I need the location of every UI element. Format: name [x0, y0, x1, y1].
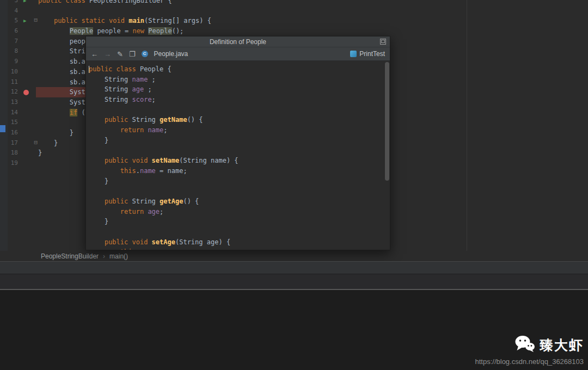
error-stripe [0, 0, 8, 251]
code-text: String score; [86, 95, 390, 105]
code-line: public String getAge() { [86, 196, 390, 207]
gutter-line-8[interactable]: 8 [8, 46, 36, 57]
breadcrumb-class[interactable]: PeopleStringBuilder [41, 252, 99, 260]
code-text: public class PeopleStringBuilder { [36, 0, 588, 6]
code-text: this.age = age; [86, 247, 390, 250]
code-text [36, 6, 588, 16]
test-class-icon [350, 51, 357, 57]
code-text: this.name = name; [86, 166, 390, 176]
breakpoint-icon[interactable] [23, 90, 29, 95]
line-number: 14 [11, 108, 18, 118]
gutter-line-4[interactable]: 4 [8, 6, 36, 16]
gutter-line-14[interactable]: 14 [8, 108, 36, 118]
code-text: public void setAge(String age) { [86, 237, 390, 248]
window-edge-band [0, 274, 588, 289]
code-text: public class People { [86, 64, 390, 75]
code-text [86, 105, 390, 115]
code-text: String age ; [86, 84, 390, 95]
gutter-line-13[interactable]: 13 [8, 97, 36, 108]
gutter-line-7[interactable]: 7 [8, 36, 36, 47]
code-text: } [86, 217, 390, 227]
code-line: String name ; [86, 75, 390, 85]
gutter-line-18[interactable]: 18 [8, 148, 36, 158]
line-number: 9 [14, 57, 18, 67]
gutter-line-6[interactable]: 6 [8, 26, 36, 36]
code-text: return age; [86, 207, 390, 217]
breadcrumb-separator-icon: › [103, 252, 105, 260]
code-line: public String getName() { [86, 115, 390, 125]
code-text: public String getName() { [86, 115, 390, 125]
line-number: 17 [11, 138, 18, 149]
popup-context-label[interactable]: PrintTest [359, 50, 385, 58]
code-line: } [86, 217, 390, 227]
popup-file-name[interactable]: People.java [154, 50, 188, 58]
code-line: } [86, 135, 390, 146]
line-number: 13 [11, 97, 18, 108]
gutter-line-16[interactable]: 16 [8, 128, 36, 138]
code-line-5: 5▶⊟ public static void main(String[] arg… [8, 16, 588, 26]
code-line: public void setAge(String age) { [86, 237, 390, 248]
gutter-line-11[interactable]: 11 [8, 77, 36, 88]
code-line: } [86, 176, 390, 187]
gutter-line-15[interactable]: 15 [8, 118, 36, 128]
fold-icon[interactable]: ⊟ [34, 138, 38, 148]
line-number: 12 [11, 87, 18, 97]
code-line-3: 3▶public class PeopleStringBuilder { [8, 0, 588, 6]
code-text: return name; [86, 125, 390, 135]
open-in-window-icon[interactable] [380, 39, 386, 45]
code-line [86, 186, 390, 196]
caret-position-marker[interactable] [0, 125, 5, 132]
line-number: 6 [14, 26, 18, 36]
definition-popup: Definition of People ← → ✎ ❐ C People.ja… [85, 36, 390, 250]
code-line [86, 146, 390, 156]
run-icon[interactable]: ▶ [23, 0, 26, 6]
code-line [86, 105, 390, 115]
gutter-line-10[interactable]: 10 [8, 67, 36, 77]
edit-source-icon[interactable]: ✎ [117, 51, 123, 58]
code-text: } [86, 135, 390, 146]
class-icon: C [142, 51, 148, 57]
line-number: 3 [14, 0, 18, 6]
gutter-line-9[interactable]: 9 [8, 57, 36, 67]
code-line-6: 6 People people = new People(); [8, 26, 588, 36]
code-text: String name ; [86, 75, 390, 85]
back-icon[interactable]: ← [91, 51, 98, 58]
line-number: 4 [14, 6, 18, 16]
popup-titlebar[interactable]: Definition of People [86, 36, 390, 47]
code-line: return name; [86, 125, 390, 135]
code-line: return age; [86, 207, 390, 217]
fold-icon[interactable]: ⊟ [34, 15, 38, 26]
watermark-name: 臻大虾 [540, 336, 584, 354]
screenshot-root: 3▶public class PeopleStringBuilder {45▶⊟… [0, 0, 588, 370]
line-number: 15 [11, 118, 18, 128]
line-number: 18 [11, 148, 18, 158]
show-source-icon[interactable]: ❐ [129, 51, 136, 58]
code-text: public String getAge() { [86, 196, 390, 207]
line-number: 16 [11, 128, 18, 138]
code-text [86, 186, 390, 196]
popup-code-view[interactable]: public class People { String name ; Stri… [86, 61, 390, 250]
gutter-line-5[interactable]: 5▶⊟ [8, 16, 36, 26]
popup-scrollbar[interactable] [385, 62, 389, 181]
code-text: } [86, 176, 390, 187]
code-line: this.age = age; [86, 247, 390, 250]
code-line: public void setName(String name) { [86, 156, 390, 166]
breadcrumb-method[interactable]: main() [109, 252, 128, 260]
run-icon[interactable]: ▶ [23, 16, 26, 26]
line-number: 8 [14, 46, 18, 57]
watermark-url: https://blog.csdn.net/qq_36268103 [475, 357, 584, 366]
forward-icon[interactable]: → [104, 51, 111, 58]
gutter-line-3[interactable]: 3▶ [8, 0, 36, 6]
gutter-line-17[interactable]: 17⊟ [8, 138, 36, 149]
line-number: 11 [11, 77, 18, 88]
code-line: String age ; [86, 84, 390, 95]
status-band [0, 262, 588, 274]
gutter-line-19[interactable]: 19 [8, 158, 36, 169]
breadcrumb: PeopleStringBuilder › main() [0, 251, 588, 261]
line-number: 5 [14, 16, 18, 26]
code-text: People people = new People(); [36, 26, 588, 36]
code-text [86, 227, 390, 237]
gutter-line-12[interactable]: 12 [8, 87, 36, 97]
code-text: public static void main(String[] args) { [36, 16, 588, 26]
line-number: 19 [11, 158, 18, 169]
